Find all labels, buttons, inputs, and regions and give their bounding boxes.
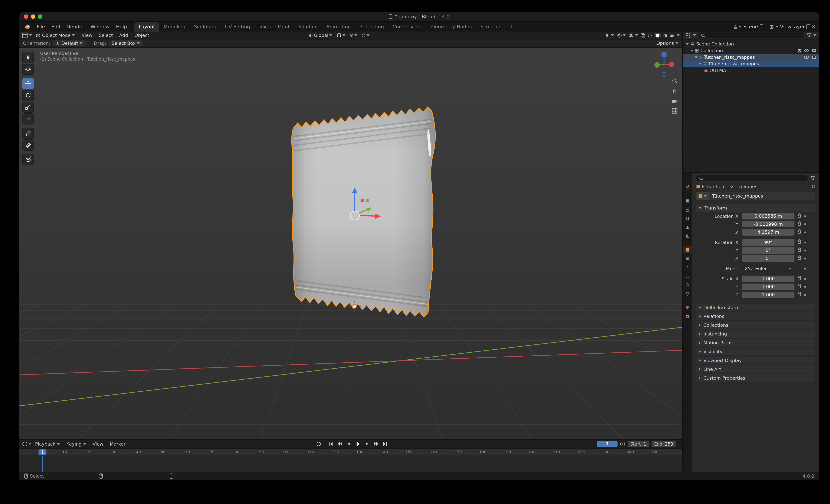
tab-modeling[interactable]: Modeling — [159, 22, 190, 32]
tab-physics[interactable]: ○ — [683, 273, 692, 280]
timeline-ruler[interactable]: 1 10203040506070809010011012013014015016… — [19, 448, 682, 456]
location-x-field[interactable]: 0.002586 m — [742, 213, 795, 219]
marker-menu[interactable]: Marker — [107, 441, 128, 447]
tab-uv-editing[interactable]: UV Editing — [221, 22, 254, 32]
snap-toggle[interactable] — [337, 33, 346, 38]
scene-selector[interactable]: Scene — [743, 24, 758, 30]
close-window-button[interactable] — [24, 14, 28, 19]
tab-shading[interactable]: Shading — [294, 22, 322, 32]
play-reverse-button[interactable] — [345, 441, 352, 447]
remove-viewlayer-icon[interactable]: × — [812, 25, 816, 29]
play-button[interactable] — [354, 441, 361, 447]
scale-y-field[interactable]: 1.000 — [742, 284, 795, 290]
lock-icon[interactable] — [798, 249, 801, 252]
drag-mode-dropdown[interactable]: Select Box — [109, 40, 143, 46]
animate-dot-icon[interactable] — [804, 250, 806, 251]
tab-layout[interactable]: Layout — [134, 22, 159, 32]
animate-dot-icon[interactable] — [804, 215, 806, 217]
expand-icon[interactable] — [695, 56, 698, 58]
object-type-visibility-dropdown[interactable] — [605, 33, 614, 38]
panel-delta-transform[interactable]: Delta Transform — [696, 304, 815, 311]
outliner-row-collection[interactable]: ▦ Collection — [683, 47, 819, 54]
breadcrumb-object-name[interactable]: Tütchen_rissc_mappes — [706, 184, 757, 189]
outliner-row-scene-collection[interactable]: ▤ Scene Collection — [683, 41, 819, 47]
animate-dot-icon[interactable] — [804, 257, 806, 259]
tab-geometry-nodes[interactable]: Geometry Nodes — [427, 22, 476, 32]
tab-tool[interactable]: ⚒ — [683, 183, 692, 191]
location-y-field[interactable]: -0.000998 m — [742, 221, 795, 228]
tab-material[interactable]: ◉ — [683, 304, 692, 311]
timeline-track[interactable] — [19, 456, 682, 472]
tab-object-data[interactable]: ▽ — [683, 290, 692, 297]
animate-dot-icon[interactable] — [804, 286, 806, 288]
start-frame-field[interactable]: Start1 — [628, 441, 649, 447]
select-box-tool[interactable] — [23, 52, 34, 63]
panel-line-art[interactable]: Line Art — [696, 366, 815, 373]
tab-particles[interactable]: ∴ — [683, 263, 692, 271]
previous-keyframe-button[interactable] — [336, 441, 343, 447]
rotation-y-field[interactable]: 0° — [742, 247, 795, 254]
cursor-tool[interactable] — [23, 64, 34, 75]
blender-logo-icon[interactable] — [19, 22, 34, 32]
rotate-tool[interactable] — [23, 90, 34, 101]
animate-dot-icon[interactable] — [804, 278, 806, 280]
hide-eye-icon[interactable] — [804, 49, 809, 52]
pin-icon[interactable] — [812, 185, 815, 188]
bag-object[interactable] — [292, 107, 435, 317]
tool-options-dropdown[interactable]: Options — [657, 41, 678, 46]
panel-relations[interactable]: Relations — [696, 312, 815, 320]
animate-dot-icon[interactable] — [804, 294, 806, 296]
camera-view-icon[interactable] — [671, 98, 678, 104]
transform-tool[interactable] — [23, 114, 34, 125]
panel-instancing[interactable]: Instancing — [696, 330, 815, 338]
tab-compositing[interactable]: Compositing — [388, 22, 427, 32]
tab-world[interactable]: ◐ — [683, 232, 692, 240]
annotate-tool[interactable] — [23, 128, 34, 139]
current-frame-field[interactable]: 1 — [597, 441, 617, 447]
scale-tool[interactable] — [23, 102, 34, 113]
viewport-menu-object[interactable]: Object — [132, 33, 152, 38]
tab-render[interactable]: ▣ — [683, 197, 692, 204]
shading-rendered-button[interactable]: ◉ — [670, 33, 674, 37]
nav-axis-z[interactable] — [661, 52, 667, 57]
new-scene-icon[interactable] — [760, 24, 763, 29]
tab-texture-paint[interactable]: Texture Paint — [254, 22, 294, 32]
exclude-checkbox[interactable] — [798, 49, 801, 53]
new-viewlayer-icon[interactable] — [806, 24, 810, 29]
outliner-editor-chevron[interactable] — [693, 34, 696, 36]
animate-dot-icon[interactable] — [804, 268, 806, 270]
tab-modifiers[interactable]: ⚙ — [683, 255, 692, 262]
lock-icon[interactable] — [798, 286, 801, 288]
lock-icon[interactable] — [798, 231, 801, 233]
timeline-view-menu[interactable]: View — [90, 441, 106, 447]
jump-to-start-button[interactable] — [327, 441, 334, 447]
viewport-menu-add[interactable]: Add — [117, 33, 131, 38]
rotation-mode-dropdown[interactable]: XYZ Euler — [742, 265, 795, 272]
tab-scene[interactable]: ▲ — [683, 223, 692, 230]
tab-texture[interactable]: ▦ — [683, 312, 692, 320]
snap-target-dropdown[interactable]: ⊙ — [350, 33, 357, 37]
lock-icon[interactable] — [798, 241, 801, 244]
timeline-editor-icon[interactable] — [23, 442, 27, 446]
shading-wireframe-button[interactable]: ○ — [648, 33, 652, 37]
viewport-menu-select[interactable]: Select — [96, 33, 116, 38]
gizmo-x-axis[interactable] — [359, 216, 375, 216]
panel-custom-properties[interactable]: Custom Properties — [696, 374, 815, 382]
rotation-x-field[interactable]: 90° — [742, 239, 795, 246]
next-keyframe-button[interactable] — [373, 441, 380, 447]
scale-z-field[interactable]: 1.000 — [742, 292, 795, 298]
shading-chevron[interactable] — [677, 34, 680, 36]
outliner-filter-chevron[interactable] — [813, 34, 817, 36]
navigation-gizmo[interactable] — [655, 52, 674, 76]
viewlayer-dropdown-chevron[interactable] — [775, 26, 778, 28]
timeline-editor-chevron[interactable] — [28, 443, 31, 445]
tab-animation[interactable]: Animation — [322, 22, 355, 32]
shading-material-button[interactable]: ◑ — [663, 33, 667, 37]
expand-icon[interactable] — [686, 43, 689, 45]
tab-output[interactable]: ▤ — [683, 206, 692, 213]
menu-file[interactable]: File — [34, 22, 48, 32]
rotation-z-field[interactable]: 0° — [742, 255, 795, 262]
transform-panel-header[interactable]: Transform — [696, 204, 815, 212]
animate-dot-icon[interactable] — [804, 223, 806, 225]
measure-tool[interactable] — [23, 139, 34, 151]
